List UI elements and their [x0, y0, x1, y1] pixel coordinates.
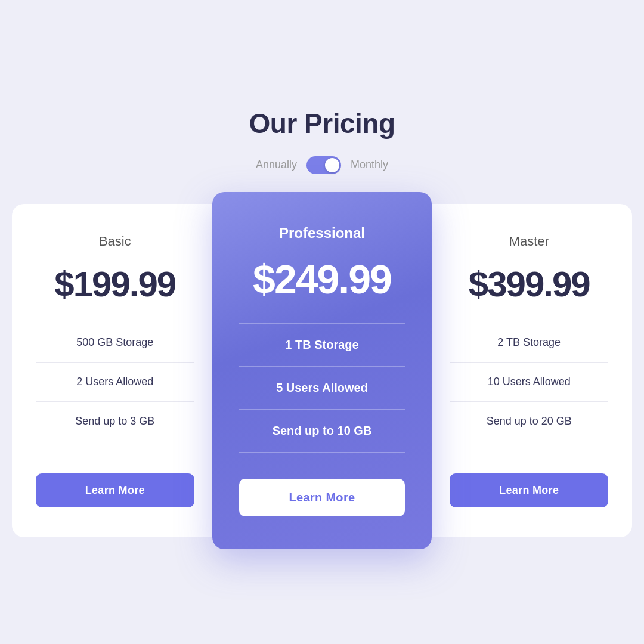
plan-card-basic: Basic $199.99 500 GB Storage 2 Users All… — [12, 204, 218, 537]
plan-pro-price: $249.99 — [253, 256, 391, 302]
basic-feature-send: Send up to 3 GB — [36, 402, 194, 441]
pro-feature-users: 5 Users Allowed — [239, 367, 405, 410]
plan-card-professional: Professional $249.99 1 TB Storage 5 User… — [212, 192, 432, 549]
plan-master-name: Master — [509, 234, 549, 249]
pricing-cards-container: Basic $199.99 500 GB Storage 2 Users All… — [12, 204, 632, 537]
plan-card-master: Master $399.99 2 TB Storage 10 Users All… — [426, 204, 632, 537]
plan-basic-features: 500 GB Storage 2 Users Allowed Send up t… — [36, 323, 194, 441]
plan-master-features: 2 TB Storage 10 Users Allowed Send up to… — [450, 323, 608, 441]
plan-master-price: $399.99 — [469, 264, 590, 305]
toggle-annually-label: Annually — [256, 159, 297, 171]
page-background: Our Pricing Annually Monthly Basic $199.… — [0, 0, 644, 644]
master-feature-users: 10 Users Allowed — [450, 363, 608, 402]
basic-feature-storage: 500 GB Storage — [36, 323, 194, 363]
page-title: Our Pricing — [249, 107, 395, 140]
basic-feature-users: 2 Users Allowed — [36, 363, 194, 402]
toggle-monthly-label: Monthly — [351, 159, 388, 171]
plan-basic-name: Basic — [99, 234, 131, 249]
basic-learn-more-button[interactable]: Learn More — [36, 473, 194, 507]
toggle-knob — [325, 158, 339, 172]
plan-pro-features: 1 TB Storage 5 Users Allowed Send up to … — [239, 323, 405, 453]
plan-basic-price: $199.99 — [54, 264, 175, 305]
plan-pro-name: Professional — [279, 225, 365, 242]
billing-toggle-row: Annually Monthly — [256, 156, 388, 174]
master-feature-send: Send up to 20 GB — [450, 402, 608, 441]
pro-feature-send: Send up to 10 GB — [239, 410, 405, 453]
master-learn-more-button[interactable]: Learn More — [450, 473, 608, 507]
billing-toggle[interactable] — [306, 156, 341, 174]
pro-feature-storage: 1 TB Storage — [239, 323, 405, 367]
pro-learn-more-button[interactable]: Learn More — [239, 479, 405, 516]
master-feature-storage: 2 TB Storage — [450, 323, 608, 363]
